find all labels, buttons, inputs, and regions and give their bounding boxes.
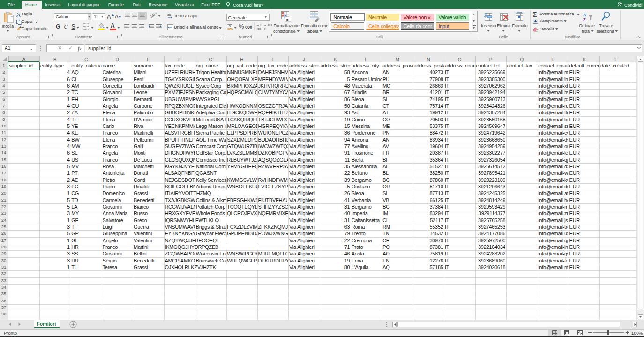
svg-text:≠: ≠ [286, 18, 289, 22]
svg-text:Z: Z [583, 17, 586, 22]
svg-text:ab: ab [167, 13, 171, 16]
svg-text:A: A [583, 12, 586, 17]
